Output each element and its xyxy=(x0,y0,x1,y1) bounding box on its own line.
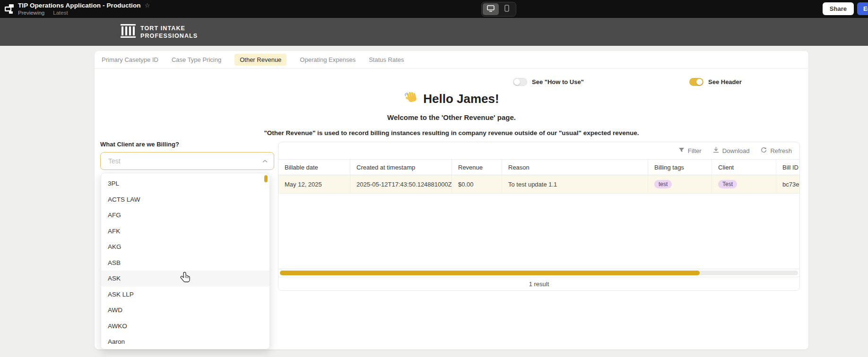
client-select-input[interactable] xyxy=(108,157,262,165)
dropdown-option-aaron[interactable]: Aaron xyxy=(101,334,269,350)
toggle-knob xyxy=(514,79,520,85)
column-header-billable-date[interactable]: Billable date xyxy=(278,160,350,175)
cell-reason: To test update 1.1 xyxy=(502,175,648,193)
wave-emoji-icon xyxy=(404,91,418,107)
brand-line2: PROFESSIONALS xyxy=(140,33,198,40)
greeting: Hello James! xyxy=(95,91,808,107)
dropdown-option-akg[interactable]: AKG xyxy=(101,239,269,255)
result-count: 1 result xyxy=(278,277,799,290)
table-toolbar: Filter Download Refresh xyxy=(278,142,799,159)
dropdown-scrollbar-thumb[interactable] xyxy=(264,175,268,182)
dropdown-option-awd[interactable]: AWD xyxy=(101,302,269,318)
refresh-button[interactable]: Refresh xyxy=(761,147,792,154)
toggle-knob xyxy=(696,79,703,85)
previewing-status: Previewing xyxy=(18,10,44,16)
greeting-text: Hello James! xyxy=(423,92,499,106)
client-question-label: What Client are we Billing? xyxy=(100,141,179,148)
table-footer: 1 result xyxy=(278,269,799,290)
desktop-view-button[interactable] xyxy=(483,3,499,15)
brand-logo: TORT INTAKE PROFESSIONALS xyxy=(119,23,198,42)
device-preview-toggle xyxy=(481,2,516,17)
dropdown-option-ask[interactable]: ASK xyxy=(101,271,269,287)
share-button[interactable]: Share xyxy=(823,2,854,15)
how-to-use-label: See "How to Use" xyxy=(532,78,584,85)
billing-tag-badge: test xyxy=(654,180,672,188)
column-header-billing-tags[interactable]: Billing tags xyxy=(648,160,712,175)
dropdown-option-awko[interactable]: AWKO xyxy=(101,318,269,334)
tab-bar: Primary Casetype ID Case Type Pricing Ot… xyxy=(95,51,808,68)
chevron-up-icon[interactable] xyxy=(262,160,268,163)
phone-icon xyxy=(504,5,509,14)
download-button[interactable]: Download xyxy=(713,147,750,154)
retool-logo-icon[interactable] xyxy=(5,3,15,17)
cell-client: Test xyxy=(712,175,776,193)
tab-primary-casetype-id[interactable]: Primary Casetype ID xyxy=(102,56,158,63)
column-header-bill-id[interactable]: Bill ID Key xyxy=(776,160,800,175)
see-header-toggle-row: See Header xyxy=(689,78,742,86)
cell-created-at: 2025-05-12T17:43:50.124881000Z xyxy=(350,175,452,193)
how-to-use-toggle[interactable] xyxy=(513,78,527,86)
refresh-icon xyxy=(761,147,767,154)
column-header-created-at[interactable]: Created at timestamp xyxy=(350,160,452,175)
app-screen: TIP Operations Application - Production … xyxy=(0,0,868,357)
download-icon xyxy=(713,147,719,154)
tab-operating-expenses[interactable]: Operating Expenses xyxy=(300,56,356,63)
column-header-revenue[interactable]: Revenue xyxy=(452,160,502,175)
brand-line1: TORT INTAKE xyxy=(140,25,198,33)
scrollbar-track[interactable] xyxy=(280,271,798,275)
page-description: "Other Revenue" is used to record billin… xyxy=(95,129,808,136)
table-row[interactable]: May 12, 2025 2025-05-12T17:43:50.1248810… xyxy=(278,175,799,194)
edit-button[interactable]: Edit xyxy=(857,2,868,15)
revenue-table-card: Filter Download Refresh Billable date xyxy=(278,142,800,291)
dropdown-option-3pl[interactable]: 3PL xyxy=(101,176,269,192)
cell-billable-date: May 12, 2025 xyxy=(278,175,350,193)
table-header-row: Billable date Created at timestamp Reven… xyxy=(278,159,799,175)
horizontal-scrollbar xyxy=(278,269,799,277)
top-toolbar: TIP Operations Application - Production … xyxy=(0,0,868,18)
tab-other-revenue[interactable]: Other Revenue xyxy=(234,54,286,66)
filter-button[interactable]: Filter xyxy=(678,147,702,154)
welcome-text: Welcome to the 'Other Revenue' page. xyxy=(95,113,808,121)
tab-case-type-pricing[interactable]: Case Type Pricing xyxy=(172,56,221,63)
dropdown-option-afk[interactable]: AFK xyxy=(101,223,269,239)
see-header-label: See Header xyxy=(708,78,742,85)
cell-billing-tags: test xyxy=(648,175,712,193)
dropdown-option-asb[interactable]: ASB xyxy=(101,255,269,271)
monitor-icon xyxy=(487,5,495,14)
filter-icon xyxy=(678,147,685,154)
client-badge: Test xyxy=(718,180,737,188)
cell-bill-id: bc73e80 xyxy=(776,175,800,193)
brand-header: TORT INTAKE PROFESSIONALS xyxy=(0,18,868,46)
dropdown-option-ask-llp[interactable]: ASK LLP xyxy=(101,287,269,303)
client-dropdown-list: 3PL ACTS LAW AFG AFK AKG ASB ASK ASK LLP… xyxy=(101,173,270,349)
app-title: TIP Operations Application - Production xyxy=(18,2,141,9)
see-header-toggle[interactable] xyxy=(689,78,703,86)
pillars-icon xyxy=(119,23,137,42)
how-to-use-toggle-row: See "How to Use" xyxy=(513,78,584,86)
mobile-view-button[interactable] xyxy=(499,3,515,15)
client-select[interactable] xyxy=(100,152,274,170)
version-label: Latest xyxy=(53,10,68,16)
dropdown-option-afg[interactable]: AFG xyxy=(101,207,269,223)
scrollbar-thumb[interactable] xyxy=(280,271,700,275)
column-header-client[interactable]: Client xyxy=(712,160,776,175)
column-header-reason[interactable]: Reason xyxy=(502,160,648,175)
dropdown-option-acts-law[interactable]: ACTS LAW xyxy=(101,192,269,208)
cell-revenue: $0.00 xyxy=(452,175,502,193)
main-card: Primary Casetype ID Case Type Pricing Ot… xyxy=(95,51,808,349)
tab-status-rates[interactable]: Status Rates xyxy=(369,56,404,63)
star-icon[interactable]: ☆ xyxy=(145,2,150,8)
